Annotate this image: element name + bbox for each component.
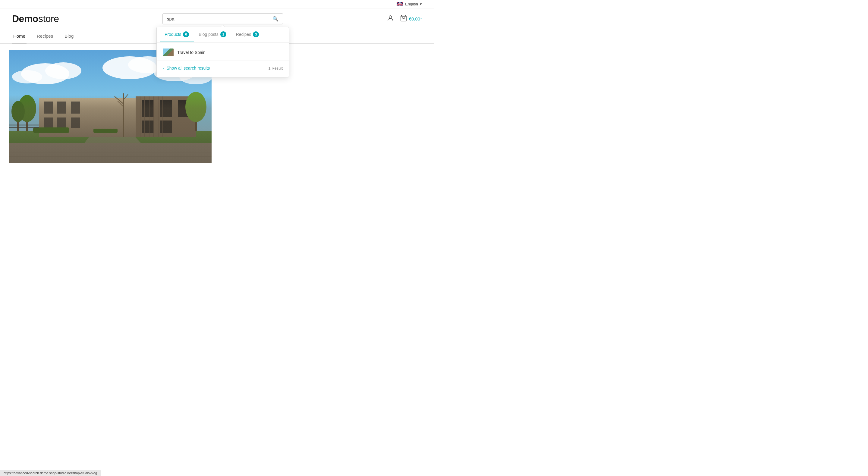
tab-recipes-badge: 3 [253, 31, 259, 37]
tab-blog-posts[interactable]: Blog posts 1 [194, 27, 231, 42]
svg-point-1 [389, 16, 392, 18]
svg-point-33 [11, 101, 25, 122]
svg-rect-11 [9, 131, 212, 163]
tab-blog-posts-label: Blog posts [198, 32, 218, 37]
nav-item-recipes[interactable]: Recipes [36, 29, 54, 43]
show-all-left: › Show all search results [163, 66, 210, 70]
svg-rect-19 [71, 118, 80, 128]
chevron-down-icon: ▾ [420, 2, 422, 6]
tab-recipes[interactable]: Recipes 3 [231, 27, 264, 42]
search-icon: 🔍 [273, 16, 278, 22]
svg-rect-41 [33, 127, 69, 133]
svg-rect-23 [142, 121, 154, 133]
svg-rect-17 [44, 118, 53, 128]
logo[interactable]: Demostore [12, 13, 59, 24]
result-divider [157, 61, 289, 61]
show-all-row[interactable]: › Show all search results 1 Result [157, 62, 289, 74]
svg-rect-22 [178, 100, 190, 117]
tab-products-label: Products [164, 32, 181, 37]
tab-products[interactable]: Products 0 [160, 27, 194, 42]
chevron-right-icon: › [163, 66, 164, 70]
user-icon[interactable] [387, 14, 394, 24]
svg-rect-45 [9, 143, 212, 163]
tab-blog-posts-badge: 1 [220, 31, 226, 37]
dropdown-tabs: Products 0 Blog posts 1 Recipes 3 [157, 27, 289, 42]
result-title: Travel to Spain [177, 50, 206, 55]
logo-light: store [38, 13, 59, 24]
svg-point-6 [12, 70, 42, 84]
svg-rect-20 [142, 100, 154, 117]
svg-rect-18 [57, 118, 66, 128]
svg-rect-13 [135, 96, 196, 137]
search-input-container: 🔍 [162, 13, 283, 24]
nav-item-blog[interactable]: Blog [63, 29, 75, 43]
result-count: 1 Result [268, 66, 283, 70]
search-input[interactable] [167, 16, 270, 21]
cart-price: €0.00* [409, 16, 422, 21]
svg-line-40 [118, 101, 124, 107]
language-selector[interactable]: English ▾ [397, 2, 422, 6]
language-label: English [405, 2, 418, 6]
svg-rect-21 [160, 100, 172, 117]
svg-point-5 [45, 62, 82, 79]
result-thumbnail [163, 49, 174, 56]
cart-icon [400, 14, 407, 24]
svg-rect-16 [71, 101, 80, 114]
svg-point-35 [185, 92, 207, 122]
search-dropdown: Products 0 Blog posts 1 Recipes 3 Travel… [156, 27, 289, 77]
svg-line-39 [124, 94, 128, 99]
tab-products-badge: 0 [183, 31, 189, 37]
svg-point-31 [18, 95, 36, 122]
header: Demostore 🔍 Products 0 Blog posts 1 Reci… [0, 8, 434, 29]
top-bar: English ▾ [0, 0, 434, 8]
cart-container[interactable]: €0.00* [400, 14, 422, 24]
svg-line-38 [115, 96, 124, 104]
svg-rect-14 [44, 101, 53, 114]
svg-rect-24 [160, 121, 172, 133]
header-icons: €0.00* [387, 14, 422, 24]
tab-recipes-label: Recipes [236, 32, 251, 37]
show-all-label: Show all search results [166, 66, 210, 70]
search-wrapper: 🔍 Products 0 Blog posts 1 Recipes 3 [162, 13, 283, 24]
logo-bold: Demo [12, 13, 38, 24]
svg-rect-12 [39, 98, 184, 137]
svg-rect-32 [26, 122, 28, 131]
svg-rect-42 [93, 129, 118, 133]
dropdown-content: Travel to Spain › Show all search result… [157, 42, 289, 77]
flag-icon [397, 2, 403, 6]
result-item[interactable]: Travel to Spain [157, 45, 289, 59]
svg-rect-34 [17, 122, 19, 131]
nav-item-home[interactable]: Home [12, 29, 27, 43]
svg-rect-36 [195, 122, 197, 131]
svg-rect-15 [57, 101, 66, 114]
